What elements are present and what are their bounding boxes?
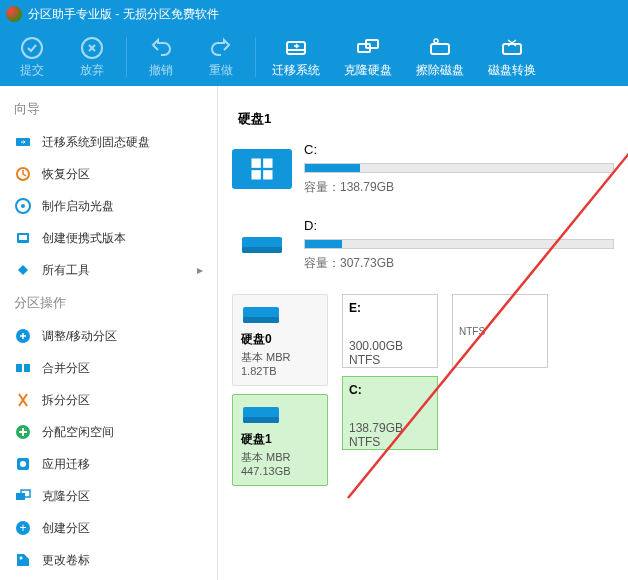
svg-rect-33 <box>243 317 279 323</box>
disk-row[interactable]: D:容量：307.73GB <box>232 218 614 272</box>
section-header-partition: 分区操作 <box>0 286 217 320</box>
migrate-icon <box>14 133 32 151</box>
undo-button[interactable]: 撤销 <box>131 28 191 86</box>
disk-header: 硬盘1 <box>238 110 614 128</box>
usage-bar <box>304 163 614 173</box>
sidebar-item[interactable]: 应用迁移 <box>0 448 217 480</box>
sidebar-item[interactable]: 调整/移动分区 <box>0 320 217 352</box>
sidebar-item[interactable]: 更改卷标 <box>0 544 217 576</box>
svg-point-24 <box>20 557 23 560</box>
x-circle-icon <box>80 36 104 60</box>
partition-cell[interactable]: C:138.79GB NTFS <box>342 376 438 450</box>
usage-bar <box>304 239 614 249</box>
hdd-icon <box>241 403 281 427</box>
clone-icon <box>14 487 32 505</box>
sidebar-item[interactable]: 分配空闲空间 <box>0 416 217 448</box>
redo-button[interactable]: 重做 <box>191 28 251 86</box>
sidebar-item[interactable]: 恢复分区 <box>0 158 217 190</box>
disk-card[interactable]: 硬盘0基本 MBR1.82TB <box>232 294 328 386</box>
svg-rect-15 <box>16 364 22 372</box>
convert-button[interactable]: 磁盘转换 <box>476 28 548 86</box>
window-title: 分区助手专业版 - 无损分区免费软件 <box>28 6 219 23</box>
hdd-icon <box>241 303 281 327</box>
commit-button[interactable]: 提交 <box>2 28 62 86</box>
clone-icon <box>356 36 380 60</box>
app-logo-icon <box>6 6 22 22</box>
svg-text:+: + <box>19 521 26 535</box>
svg-rect-27 <box>263 159 272 168</box>
sidebar-item[interactable]: 拆分分区 <box>0 384 217 416</box>
disk-row[interactable]: C:容量：138.79GB <box>232 142 614 196</box>
sidebar: 向导 迁移系统到固态硬盘恢复分区制作启动光盘创建便携式版本所有工具▸ 分区操作 … <box>0 86 218 580</box>
partition-cell[interactable]: E:300.00GB NTFS <box>342 294 438 368</box>
drive-icon <box>232 225 292 265</box>
label-icon <box>14 551 32 569</box>
sidebar-item[interactable]: 合并分区 <box>0 352 217 384</box>
sidebar-item[interactable]: +创建分区 <box>0 512 217 544</box>
svg-point-6 <box>434 39 438 43</box>
toolbar: 提交 放弃 撤销 重做 迁移系统 克隆硬盘 擦除磁盘 磁盘转换 <box>0 28 628 86</box>
svg-rect-16 <box>24 364 30 372</box>
svg-rect-13 <box>19 235 27 240</box>
svg-rect-26 <box>252 159 261 168</box>
sidebar-item[interactable]: 制作启动光盘 <box>0 190 217 222</box>
svg-rect-29 <box>263 170 272 179</box>
check-circle-icon <box>20 36 44 60</box>
redo-icon <box>209 36 233 60</box>
convert-icon <box>500 36 524 60</box>
recover-icon <box>14 165 32 183</box>
partition-cell-side[interactable]: NTFS <box>452 294 548 368</box>
alloc-icon <box>14 423 32 441</box>
undo-icon <box>149 36 173 60</box>
sidebar-item[interactable]: 克隆分区 <box>0 480 217 512</box>
svg-point-0 <box>22 38 42 58</box>
discard-button[interactable]: 放弃 <box>62 28 122 86</box>
svg-rect-35 <box>243 417 279 423</box>
resize-icon <box>14 327 32 345</box>
svg-point-11 <box>21 204 25 208</box>
svg-rect-7 <box>503 44 521 54</box>
titlebar: 分区助手专业版 - 无损分区免费软件 <box>0 0 628 28</box>
portable-icon <box>14 229 32 247</box>
sidebar-item[interactable]: 所有工具▸ <box>0 254 217 286</box>
clone-button[interactable]: 克隆硬盘 <box>332 28 404 86</box>
sidebar-item[interactable]: 创建便携式版本 <box>0 222 217 254</box>
svg-rect-5 <box>431 44 449 54</box>
section-header-wizard: 向导 <box>0 92 217 126</box>
wipe-icon <box>428 36 452 60</box>
svg-point-19 <box>20 461 26 467</box>
migrate-button[interactable]: 迁移系统 <box>260 28 332 86</box>
migrate-icon <box>284 36 308 60</box>
drive-icon <box>232 149 292 189</box>
disk-card[interactable]: 硬盘1基本 MBR447.13GB <box>232 394 328 486</box>
cd-icon <box>14 197 32 215</box>
sidebar-item[interactable]: 迁移系统到固态硬盘 <box>0 126 217 158</box>
create-icon: + <box>14 519 32 537</box>
split-icon <box>14 391 32 409</box>
app-icon <box>14 455 32 473</box>
merge-icon <box>14 359 32 377</box>
sidebar-item[interactable]: 擦除分区 <box>0 576 217 580</box>
wipe-button[interactable]: 擦除磁盘 <box>404 28 476 86</box>
svg-rect-28 <box>252 170 261 179</box>
content-area: 硬盘1 C:容量：138.79GBD:容量：307.73GB 硬盘0基本 MBR… <box>218 86 628 580</box>
tools-icon <box>14 261 32 279</box>
svg-rect-31 <box>242 247 282 253</box>
chevron-right-icon: ▸ <box>197 263 203 277</box>
